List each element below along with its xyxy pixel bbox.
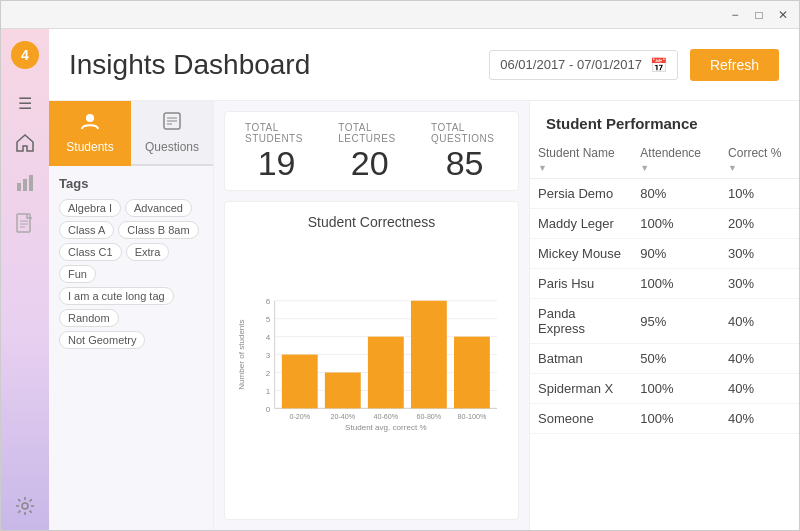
tag-item[interactable]: Not Geometry [59,331,145,349]
cell-name: Panda Express [530,299,632,344]
cell-attendance: 100% [632,404,720,434]
cell-attendance: 100% [632,269,720,299]
svg-text:1: 1 [266,387,271,396]
nav-document-icon[interactable] [13,211,37,235]
app-window: − □ ✕ 4 ☰ [0,0,800,531]
table-row[interactable]: Maddy Leger100%20% [530,209,799,239]
chart-bar [282,355,318,409]
total-students-value: 19 [258,146,296,180]
col-header-name[interactable]: Student Name ▼ [530,142,632,179]
tags-section: Tags Algebra IAdvancedClass AClass B 8am… [49,166,213,359]
refresh-button[interactable]: Refresh [690,49,779,81]
tag-item[interactable]: Advanced [125,199,192,217]
svg-rect-5 [17,214,30,232]
svg-rect-4 [29,175,33,191]
stat-total-lectures: TOTAL LECTURES 20 [338,122,401,180]
chart-bar [411,301,447,409]
close-button[interactable]: ✕ [775,7,791,23]
tag-item[interactable]: Class A [59,221,114,239]
col-header-attendance[interactable]: Attendence ▼ [632,142,720,179]
cell-correct: 20% [720,209,799,239]
cell-correct: 40% [720,374,799,404]
svg-text:4: 4 [266,333,271,342]
table-body: Persia Demo80%10%Maddy Leger100%20%Micke… [530,179,799,434]
table-row[interactable]: Spiderman X100%40% [530,374,799,404]
total-questions-label: TOTAL QUESTIONS [431,122,498,144]
tab-students[interactable]: Students [49,101,131,166]
tag-item[interactable]: Algebra I [59,199,121,217]
svg-text:60-80%: 60-80% [417,413,442,421]
cell-name: Paris Hsu [530,269,632,299]
title-bar: − □ ✕ [1,1,799,29]
svg-text:40-60%: 40-60% [374,413,399,421]
total-questions-value: 85 [446,146,484,180]
calendar-icon: 📅 [650,57,667,73]
students-tab-icon [80,111,100,136]
svg-text:2: 2 [266,369,271,378]
table-row[interactable]: Someone100%40% [530,404,799,434]
cell-attendance: 100% [632,209,720,239]
tag-item[interactable]: Random [59,309,119,327]
main-content: Insights Dashboard 06/01/2017 - 07/01/20… [49,29,799,530]
tag-item[interactable]: Fun [59,265,96,283]
sort-icon: ▼ [728,163,737,173]
tag-item[interactable]: I am a cute long tag [59,287,174,305]
cell-attendance: 80% [632,179,720,209]
chart-bar [454,337,490,409]
tag-item[interactable]: Class B 8am [118,221,198,239]
table-header-row: Student Name ▼Attendence ▼Correct % ▼ [530,142,799,179]
body-area: Students Questions [49,101,799,530]
cell-attendance: 100% [632,374,720,404]
center-area: TOTAL STUDENTS 19 TOTAL LECTURES 20 TOTA… [214,101,529,530]
stat-total-questions: TOTAL QUESTIONS 85 [431,122,498,180]
page-title: Insights Dashboard [69,49,489,81]
nav-chart-icon[interactable] [13,171,37,195]
date-range[interactable]: 06/01/2017 - 07/01/2017 📅 [489,50,678,80]
left-panel: Students Questions [49,101,214,530]
tag-item[interactable]: Class C1 [59,243,122,261]
minimize-button[interactable]: − [727,7,743,23]
svg-text:4: 4 [21,47,29,63]
date-range-text: 06/01/2017 - 07/01/2017 [500,57,642,72]
app-layout: 4 ☰ [1,29,799,530]
svg-point-7 [86,114,94,122]
svg-text:Number of students: Number of students [237,319,246,389]
table-row[interactable]: Paris Hsu100%30% [530,269,799,299]
cell-name: Batman [530,344,632,374]
tab-questions[interactable]: Questions [131,101,213,166]
tags-container: Algebra IAdvancedClass AClass B 8amClass… [59,199,203,349]
cell-correct: 30% [720,269,799,299]
cell-attendance: 50% [632,344,720,374]
total-students-label: TOTAL STUDENTS [245,122,308,144]
table-row[interactable]: Mickey Mouse90%30% [530,239,799,269]
stats-row: TOTAL STUDENTS 19 TOTAL LECTURES 20 TOTA… [224,111,519,191]
cell-name: Spiderman X [530,374,632,404]
questions-tab-icon [162,111,182,136]
nav-menu-icon[interactable]: ☰ [13,91,37,115]
table-row[interactable]: Persia Demo80%10% [530,179,799,209]
nav-settings-icon[interactable] [13,494,37,518]
svg-point-6 [22,503,28,509]
chart-card: Student Correctness 01234560-20%20-40%40… [224,201,519,520]
cell-correct: 40% [720,404,799,434]
cell-name: Persia Demo [530,179,632,209]
chart-svg: 01234560-20%20-40%40-60%60-80%80-100%Num… [237,238,506,507]
left-nav: 4 ☰ [1,29,49,530]
tab-bar: Students Questions [49,101,213,166]
tag-item[interactable]: Extra [126,243,170,261]
chart-title: Student Correctness [237,214,506,230]
svg-text:Student avg. correct %: Student avg. correct % [345,423,427,432]
col-header-correct[interactable]: Correct % ▼ [720,142,799,179]
maximize-button[interactable]: □ [751,7,767,23]
sort-icon: ▼ [538,163,547,173]
cell-name: Maddy Leger [530,209,632,239]
table-row[interactable]: Batman50%40% [530,344,799,374]
svg-text:3: 3 [266,351,271,360]
app-logo: 4 [9,39,41,75]
svg-rect-3 [23,179,27,191]
cell-attendance: 90% [632,239,720,269]
right-panel: Student Performance Student Name ▼Attend… [529,101,799,530]
table-row[interactable]: Panda Express95%40% [530,299,799,344]
nav-home-icon[interactable] [13,131,37,155]
cell-correct: 30% [720,239,799,269]
